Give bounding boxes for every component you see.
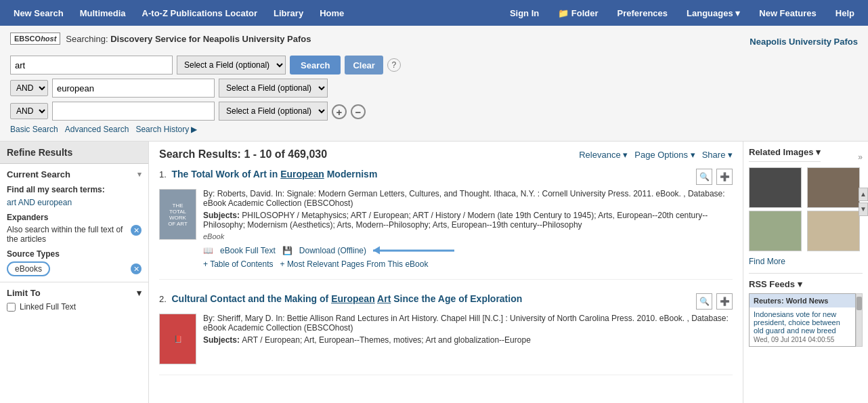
bool-select-3[interactable]: AND	[10, 103, 48, 119]
nav-help[interactable]: Help	[827, 3, 863, 24]
chevron-down-icon-related: ▾	[816, 147, 821, 157]
nav-home[interactable]: Home	[311, 3, 352, 24]
nav-right: Sign In 📁 Folder Preferences Languages ▾…	[502, 3, 863, 24]
field-select-3[interactable]: Select a Field (optional)	[219, 102, 328, 121]
result-1-title-row: 1. The Total Work of Art in European Mod…	[159, 169, 733, 185]
result-1-title-link[interactable]: The Total Work of Art in European Modern…	[171, 169, 377, 179]
search-area: EBSCOhost Searching: Discovery Service f…	[0, 26, 868, 142]
current-search-body: Find all my search terms: art AND europe…	[0, 182, 148, 282]
refine-results-header: Refine Results	[0, 142, 148, 164]
rss-scrollbar[interactable]	[856, 293, 863, 347]
result-1-thumbnail: THETOTALWORKOF ART	[159, 189, 196, 240]
highlight-european: European	[280, 169, 324, 179]
field-select-1[interactable]: Select a Field (optional)	[177, 56, 286, 75]
result-1-byline: By: Roberts, David. In: Signale: Modern …	[203, 189, 733, 208]
result-2-icons: 🔍 ➕	[696, 293, 733, 310]
most-relevant-pages-link[interactable]: Most Relevant Pages From This eBook	[280, 259, 429, 269]
ebooks-filter[interactable]: eBooks	[7, 261, 50, 276]
rss-article-link[interactable]: Indonesians vote for new president, choi…	[754, 310, 851, 335]
results-header: Search Results: 1 - 10 of 469,030 Releva…	[159, 148, 733, 161]
search-row-1: Select a Field (optional) Search Clear ?	[10, 56, 858, 75]
top-navigation: New Search Multimedia A-to-Z Publication…	[0, 0, 868, 26]
result-2-body: 📕 By: Sheriff, Mary D. In: Bettie Alliso…	[159, 314, 733, 364]
search-input-2[interactable]	[52, 79, 215, 98]
expand-right-icon[interactable]: »	[858, 152, 863, 162]
highlight-art-2: Art	[377, 293, 391, 304]
result-2-number: 2.	[159, 294, 167, 304]
related-image-3[interactable]	[749, 211, 802, 251]
result-1-title-area: 1. The Total Work of Art in European Mod…	[159, 169, 377, 179]
searching-label: Searching: Discovery Service for Neapoli…	[66, 34, 311, 44]
search-input-1[interactable]	[10, 56, 173, 75]
arrow-line	[373, 250, 454, 252]
result-1-number: 1.	[159, 169, 167, 179]
remove-expander-button[interactable]: ✕	[131, 225, 142, 236]
rss-box-container: Reuters: World News Indonesians vote for…	[749, 293, 863, 347]
nav-new-features[interactable]: New Features	[751, 3, 825, 24]
field-select-2[interactable]: Select a Field (optional)	[219, 79, 328, 98]
result-2-title-area: 2. Cultural Contact and the Making of Eu…	[159, 293, 522, 304]
current-search-section[interactable]: Current Search ▾	[0, 164, 148, 182]
scroll-down-arrow[interactable]: ▼	[859, 203, 868, 216]
result-2-search-icon-btn[interactable]: 🔍	[696, 293, 712, 310]
advanced-search-link[interactable]: Advanced Search	[65, 125, 129, 134]
remove-search-row-button[interactable]: −	[351, 104, 366, 119]
institution-link[interactable]: Neapolis University Pafos	[750, 37, 858, 47]
remove-ebooks-button[interactable]: ✕	[131, 263, 142, 274]
bool-select-2[interactable]: AND	[10, 80, 48, 96]
basic-search-link[interactable]: Basic Search	[10, 125, 58, 134]
limit-to-header[interactable]: Limit To ▾	[7, 288, 142, 298]
nav-library[interactable]: Library	[265, 3, 311, 24]
nav-preferences[interactable]: Preferences	[609, 3, 676, 24]
help-icon[interactable]: ?	[387, 58, 401, 72]
page-options-button[interactable]: Page Options	[634, 150, 695, 160]
result-2-title-link[interactable]: Cultural Contact and the Making of Europ…	[171, 293, 522, 304]
expanders-text: Also search within the full text of the …	[7, 225, 128, 244]
result-1-body: THETOTALWORKOF ART By: Roberts, David. I…	[159, 189, 733, 269]
nav-new-search[interactable]: New Search	[5, 3, 72, 24]
rss-box: Reuters: World News Indonesians vote for…	[749, 293, 856, 347]
current-search-arrow: ▾	[137, 170, 142, 179]
result-1-add-folder-btn[interactable]: ➕	[716, 169, 733, 185]
ebsco-branding: EBSCOhost Searching: Discovery Service f…	[10, 33, 311, 45]
search-history-link[interactable]: Search History ▶	[135, 125, 197, 134]
ebook-full-text-link[interactable]: eBook Full Text	[220, 246, 276, 255]
result-1-type: eBook	[203, 232, 733, 240]
related-image-4[interactable]	[807, 211, 860, 251]
chevron-down-icon-rss: ▾	[798, 279, 802, 289]
find-more-images-link[interactable]: Find More	[749, 257, 863, 266]
add-search-row-button[interactable]: +	[332, 104, 347, 119]
related-image-2[interactable]	[807, 167, 860, 208]
left-sidebar: Refine Results Current Search ▾ Find all…	[0, 142, 149, 403]
related-image-1[interactable]	[749, 167, 802, 208]
limit-to-section: Limit To ▾ Linked Full Text	[0, 282, 148, 317]
nav-languages[interactable]: Languages ▾	[678, 3, 748, 24]
table-of-contents-link[interactable]: Table of Contents	[203, 259, 274, 269]
results-controls: Relevance Page Options Share	[579, 150, 733, 160]
linked-full-text-checkbox[interactable]	[7, 303, 16, 312]
scroll-up-arrow[interactable]: ▲	[859, 188, 868, 201]
search-input-3[interactable]	[52, 102, 215, 121]
result-1-search-icon-btn[interactable]: 🔍	[696, 169, 712, 185]
rss-scroll-handle	[856, 297, 862, 310]
search-header-row: EBSCOhost Searching: Discovery Service f…	[10, 33, 858, 50]
source-types-label: Source Types	[7, 249, 142, 259]
clear-button[interactable]: Clear	[345, 56, 383, 75]
related-images-grid	[749, 167, 863, 251]
nav-multimedia[interactable]: Multimedia	[72, 3, 134, 24]
arrow-right-icon: ▶	[191, 125, 197, 134]
result-2-add-folder-btn[interactable]: ➕	[716, 293, 733, 310]
ebook-icon-1: 📖	[203, 246, 213, 255]
download-offline-link[interactable]: Download (Offline)	[299, 246, 366, 255]
rss-box-header: Reuters: World News	[750, 294, 855, 307]
relevance-sort-button[interactable]: Relevance	[579, 150, 628, 160]
search-links: Basic Search Advanced Search Search Hist…	[10, 125, 858, 134]
search-button[interactable]: Search	[290, 56, 341, 75]
nav-folder[interactable]: 📁 Folder	[550, 3, 606, 24]
nav-az-publications[interactable]: A-to-Z Publications Locator	[134, 3, 265, 24]
nav-sign-in[interactable]: Sign In	[502, 3, 547, 24]
rss-box-body: Indonesians vote for new president, choi…	[750, 307, 855, 346]
result-2-title-row: 2. Cultural Contact and the Making of Eu…	[159, 293, 733, 310]
share-button[interactable]: Share	[702, 150, 733, 160]
search-terms-link[interactable]: art AND european	[7, 198, 72, 207]
